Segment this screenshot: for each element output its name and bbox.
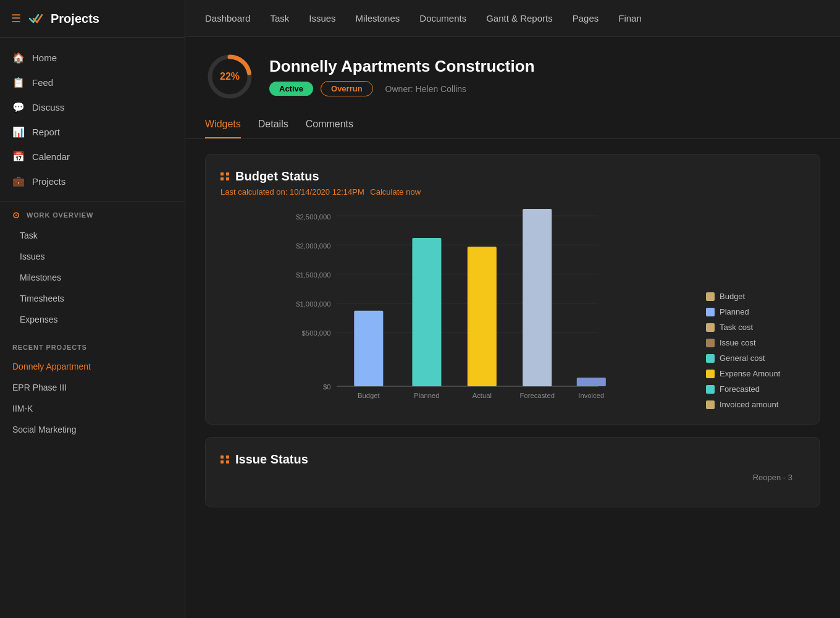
projects-icon: 💼 [12,175,25,187]
nav-gantt[interactable]: Gantt & Reports [486,11,553,26]
tab-comments[interactable]: Comments [306,111,353,138]
calendar-icon: 📅 [12,150,25,163]
sidebar-item-task[interactable]: Task [0,225,185,246]
sidebar-item-report[interactable]: 📊 Report [0,119,185,144]
recent-item-social[interactable]: Social Marketing [0,419,185,440]
progress-text: 22% [220,71,240,82]
tab-details[interactable]: Details [258,111,288,138]
project-info: Donnelly Apartments Construction Active … [269,57,535,96]
sidebar-item-projects[interactable]: 💼 Projects [0,169,185,193]
sidebar-item-issues[interactable]: Issues [0,246,185,267]
sidebar-nav: 🏠 Home 📋 Feed 💬 Discuss 📊 Report 📅 Calen… [0,38,185,201]
feed-icon: 📋 [12,76,25,88]
sidebar-item-home-label: Home [32,53,57,63]
work-overview-label: WORK OVERVIEW [27,211,93,219]
sidebar-title: Projects [51,12,99,26]
legend-budget-color [706,292,715,301]
sidebar-item-feed-label: Feed [32,77,53,88]
sidebar-item-timesheets[interactable]: Timesheets [0,288,185,309]
legend-planned-color [706,308,715,316]
svg-text:Planned: Planned [414,392,439,399]
reopen-label: Reopen - 3 [753,473,792,482]
recent-projects-header: RECENT PROJECTS [0,335,185,356]
legend-invoiced-amount: Invoiced amount [706,400,805,409]
budget-status-header: Budget Status [220,169,805,184]
budget-status-title: Budget Status [235,169,319,184]
svg-rect-15 [412,238,441,386]
recent-item-iim[interactable]: IIM-K [0,398,185,419]
svg-text:$500,000: $500,000 [302,329,331,337]
legend-planned: Planned [706,307,805,316]
legend-expense-amount: Expense Amount [706,369,805,378]
sidebar: ☰ Projects 🏠 Home 📋 Feed 💬 Discuss 📊 Rep… [0,0,185,618]
recent-item-donnely[interactable]: Donnely Appartment [0,356,185,377]
sidebar-item-home[interactable]: 🏠 Home [0,45,185,70]
progress-circle: 22% [205,52,254,101]
project-title: Donnelly Apartments Construction [269,57,535,76]
sidebar-item-report-label: Report [32,127,60,137]
svg-rect-17 [523,209,552,386]
chart-area: $2,500,000 $2,000,000 $1,500,000 $1,000,… [220,209,691,409]
hamburger-icon[interactable]: ☰ [11,12,21,25]
svg-text:$0: $0 [323,383,331,391]
top-nav: Dashboard Task Issues Milestones Documen… [185,0,840,37]
report-icon: 📊 [12,125,25,138]
svg-text:$1,500,000: $1,500,000 [296,271,330,279]
overrun-badge: Overrun [321,81,373,96]
svg-rect-14 [354,311,383,386]
svg-rect-18 [577,378,606,386]
nav-pages[interactable]: Pages [573,11,599,26]
home-icon: 🏠 [12,51,25,64]
legend-forecasted: Forecasted [706,384,805,394]
sidebar-item-discuss-label: Discuss [32,102,65,112]
recent-projects-section: RECENT PROJECTS Donnely Appartment EPR P… [0,330,185,440]
sidebar-item-milestones[interactable]: Milestones [0,267,185,288]
legend-forecasted-color [706,385,715,394]
issue-status-title: Issue Status [235,452,308,467]
nav-issues[interactable]: Issues [309,11,335,26]
legend-expense-color [706,370,715,378]
nav-task[interactable]: Task [270,11,289,26]
issue-status-header: Issue Status [220,452,805,467]
logo-icon [27,10,44,27]
main-content: Dashboard Task Issues Milestones Documen… [185,0,840,618]
sidebar-header: ☰ Projects [0,0,185,38]
legend-issue-cost-color [706,339,715,347]
sidebar-item-expenses[interactable]: Expenses [0,309,185,330]
chart-container: $2,500,000 $2,000,000 $1,500,000 $1,000,… [220,209,805,409]
work-overview-header: ⊙ WORK OVERVIEW [0,201,185,225]
nav-dashboard[interactable]: Dashboard [205,11,250,26]
budget-status-widget: Budget Status Last calculated on: 10/14/… [205,154,820,425]
work-overview-circle-icon: ⊙ [12,210,20,220]
legend-general-cost: General cost [706,353,805,363]
sidebar-item-feed[interactable]: 📋 Feed [0,70,185,95]
tab-widgets[interactable]: Widgets [205,111,241,138]
nav-documents[interactable]: Documents [419,11,466,26]
legend-general-cost-color [706,354,715,363]
svg-text:$2,500,000: $2,500,000 [296,213,330,221]
chart-legend: Budget Planned Task cost Issue cost [706,292,805,409]
svg-text:$2,000,000: $2,000,000 [296,242,330,250]
legend-issue-cost: Issue cost [706,338,805,347]
active-badge: Active [269,82,313,96]
svg-rect-16 [468,247,497,386]
owner-text: Owner: Helen Collins [385,84,467,94]
svg-text:$1,000,000: $1,000,000 [296,300,330,308]
svg-text:Actual: Actual [472,392,492,399]
sidebar-item-projects-label: Projects [32,176,65,187]
sidebar-item-calendar-label: Calendar [32,151,70,162]
calculate-now-button[interactable]: Calculate now [370,187,421,197]
budget-dots-icon [220,172,229,180]
sidebar-item-calendar[interactable]: 📅 Calendar [0,144,185,169]
legend-budget: Budget [706,292,805,301]
budget-status-subtitle: Last calculated on: 10/14/2020 12:14PM C… [220,187,805,197]
recent-item-epr[interactable]: EPR Phase III [0,377,185,398]
legend-task-cost-color [706,323,715,332]
svg-text:Forecasted: Forecasted [520,392,555,399]
nav-finan[interactable]: Finan [618,11,642,26]
project-header: 22% Donnelly Apartments Construction Act… [185,37,840,111]
tabs: Widgets Details Comments [185,111,840,139]
sidebar-item-discuss[interactable]: 💬 Discuss [0,95,185,119]
nav-milestones[interactable]: Milestones [356,11,400,26]
bar-chart: $2,500,000 $2,000,000 $1,500,000 $1,000,… [220,209,691,407]
